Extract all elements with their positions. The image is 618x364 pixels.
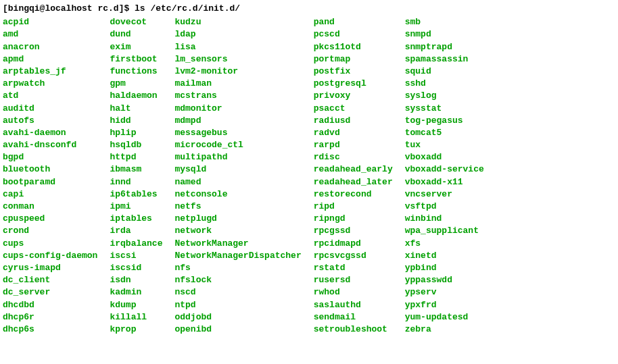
file-entry: dhcp6s <box>3 323 110 336</box>
file-entry: vboxadd-x11 <box>405 176 496 188</box>
file-entry: firstboot <box>110 53 174 66</box>
listing-col-4: smbsnmpdsnmptrapdspamassassinsquidsshdsy… <box>405 16 496 336</box>
file-entry: kdump <box>110 299 174 311</box>
file-entry: dhcdbd <box>3 299 110 311</box>
file-entry: spamassassin <box>405 53 496 66</box>
file-entry: restorecond <box>314 188 405 201</box>
file-entry: cups <box>3 238 110 250</box>
file-entry: kprop <box>110 323 174 336</box>
file-entry: ntpd <box>174 299 313 311</box>
file-entry: yppasswdd <box>405 274 496 286</box>
listing-col-2: kudzuldaplisalm_sensorslvm2-monitormailm… <box>174 16 313 336</box>
file-entry: rwhod <box>314 286 405 298</box>
file-entry: snmpd <box>405 28 496 41</box>
file-entry: rstatd <box>314 262 405 274</box>
file-entry: snmptrapd <box>405 41 496 53</box>
file-entry: gpm <box>110 78 174 90</box>
file-entry: kadmin <box>110 286 174 298</box>
file-entry: anacron <box>3 41 110 53</box>
file-entry: hsqldb <box>110 139 174 151</box>
file-entry: cpuspeed <box>3 213 110 225</box>
file-entry: syslog <box>405 90 496 102</box>
file-entry: ibmasm <box>110 163 174 176</box>
file-entry: cups-config-daemon <box>3 250 110 262</box>
file-entry: httpd <box>110 151 174 163</box>
file-entry: radvd <box>314 127 405 139</box>
file-entry: vboxadd <box>405 151 496 163</box>
listing-col-3: pandpcscdpkcs11otdportmappostfixpostgres… <box>314 16 405 336</box>
file-entry: portmap <box>314 53 405 66</box>
file-entry: exim <box>110 41 174 53</box>
file-entry: ypbind <box>405 262 496 274</box>
file-entry: mdmpd <box>174 115 313 127</box>
file-entry: postfix <box>314 66 405 78</box>
file-entry: microcode_ctl <box>174 139 313 151</box>
file-entry: avahi-dnsconfd <box>3 139 110 151</box>
file-entry: readahead_early <box>314 163 405 176</box>
file-entry: ypxfrd <box>405 299 496 311</box>
file-entry: avahi-daemon <box>3 127 110 139</box>
file-entry: mcstrans <box>174 90 313 102</box>
file-entry: killall <box>110 311 174 323</box>
file-entry: dc_server <box>3 286 110 298</box>
file-entry: dund <box>110 28 174 41</box>
file-entry: mailman <box>174 78 313 90</box>
file-entry: pkcs11otd <box>314 41 405 53</box>
file-entry: netfs <box>174 201 313 213</box>
file-entry: dc_client <box>3 274 110 286</box>
file-entry: radiusd <box>314 115 405 127</box>
file-entry: winbind <box>405 213 496 225</box>
file-entry: sendmail <box>314 311 405 323</box>
file-entry: rpcgssd <box>314 225 405 237</box>
file-entry: NetworkManagerDispatcher <box>174 250 313 262</box>
shell-prompt: [bingqi@localhost rc.d]$ ls /etc/rc.d/in… <box>3 3 615 15</box>
file-entry: lisa <box>174 41 313 53</box>
file-entry: ip6tables <box>110 188 174 201</box>
file-entry: mysqld <box>174 163 313 176</box>
file-entry: ripngd <box>314 213 405 225</box>
file-entry: smb <box>405 16 496 28</box>
file-entry: auditd <box>3 103 110 115</box>
file-entry: squid <box>405 66 496 78</box>
file-entry: irqbalance <box>110 238 174 250</box>
file-entry: hplip <box>110 127 174 139</box>
file-entry: bluetooth <box>3 163 110 176</box>
file-entry: irda <box>110 225 174 237</box>
listing-col-1: dovecotdundeximfirstbootfunctionsgpmhald… <box>110 16 174 336</box>
file-entry: cyrus-imapd <box>3 262 110 274</box>
file-entry: conman <box>3 201 110 213</box>
file-entry: vboxadd-service <box>405 163 496 176</box>
file-entry: mdmonitor <box>174 103 313 115</box>
file-entry: iscsi <box>110 250 174 262</box>
file-entry: netplugd <box>174 213 313 225</box>
file-entry: rpcsvcgssd <box>314 250 405 262</box>
file-entry: atd <box>3 90 110 102</box>
file-entry: bootparamd <box>3 176 110 188</box>
file-entry: wpa_supplicant <box>405 225 496 237</box>
file-entry: xfs <box>405 238 496 250</box>
file-entry: vsftpd <box>405 201 496 213</box>
file-entry: psacct <box>314 103 405 115</box>
file-entry: zebra <box>405 323 496 336</box>
file-entry: innd <box>110 176 174 188</box>
file-entry: network <box>174 225 313 237</box>
file-entry: named <box>174 176 313 188</box>
file-entry: haldaemon <box>110 90 174 102</box>
file-entry: lvm2-monitor <box>174 66 313 78</box>
file-entry: ripd <box>314 201 405 213</box>
file-entry: xinetd <box>405 250 496 262</box>
file-entry: ipmi <box>110 201 174 213</box>
file-entry: amd <box>3 28 110 41</box>
file-entry: tux <box>405 139 496 151</box>
file-entry: rpcidmapd <box>314 238 405 250</box>
file-entry: yum-updatesd <box>405 311 496 323</box>
file-entry: rdisc <box>314 151 405 163</box>
directory-listing: acpidamdanacronapmdarptables_jfarpwatcha… <box>3 16 615 336</box>
file-entry: crond <box>3 225 110 237</box>
file-entry: functions <box>110 66 174 78</box>
file-entry: openibd <box>174 323 313 336</box>
file-entry: setroubleshoot <box>314 323 405 336</box>
file-entry: nfslock <box>174 274 313 286</box>
file-entry: ldap <box>174 28 313 41</box>
file-entry: readahead_later <box>314 176 405 188</box>
